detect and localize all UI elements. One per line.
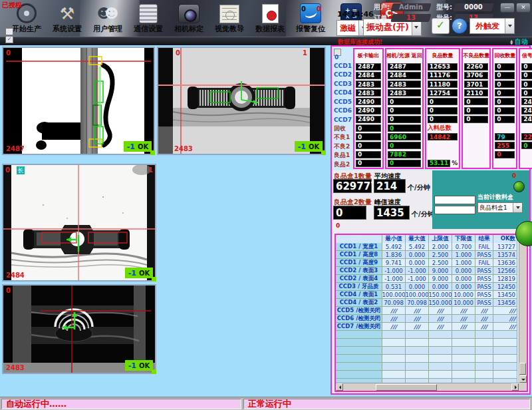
board-column-header: 不良品数量 <box>463 49 489 63</box>
board-cell: 0 <box>493 71 516 80</box>
measure-row-CCD4---表面1: CCD4 / 表面1100.000100.000150.00010.000PAS… <box>336 291 519 299</box>
measure-row-empty <box>336 347 519 355</box>
external-trigger-label: 外触发 <box>470 19 505 33</box>
horizontal-scrollbar[interactable] <box>336 383 519 391</box>
camera-2-resize-grip[interactable] <box>321 150 326 155</box>
tray-select[interactable]: 良品料盒1 <box>477 202 523 213</box>
horizontal-scroll-thumb[interactable] <box>376 384 437 391</box>
user-field[interactable]: Admin <box>390 3 431 11</box>
model-label: 型号: <box>436 3 452 11</box>
board-cell: 7882 <box>386 150 422 159</box>
camera-view-4[interactable]: 0 2483 -1 OK <box>2 284 156 374</box>
user-value: Admin <box>399 3 423 11</box>
board-cell: 11180 <box>426 80 460 89</box>
board-cell: 14842 <box>426 132 460 141</box>
measure-row-CCD3---牙品质: CCD3 / 牙品质0.5310.0000.0000.000PASS12450 <box>336 283 519 291</box>
camera-view-3[interactable]: 长 0 1 2484 -1 OK <box>2 164 156 282</box>
comm-settings-button[interactable]: 通信设置 <box>132 3 164 34</box>
camera-calibration-button[interactable]: 相机标定 <box>173 4 205 34</box>
board-cell: 0 <box>426 106 460 115</box>
system-settings-icon: ⚒ <box>57 3 78 23</box>
order-row: 订单:13 <box>374 13 430 23</box>
toolbar-checkbox-1[interactable] <box>5 28 13 35</box>
row-label-不良2: 不良2 <box>333 142 352 152</box>
camera-view-2[interactable]: 0 1 2483 -1 OK <box>157 47 326 155</box>
toolbar-checkbox-2[interactable]: ✓ <box>5 36 13 43</box>
vertical-scroll-thumb[interactable] <box>519 363 526 375</box>
tray-select-dropdown-icon[interactable] <box>513 203 522 212</box>
row-label-CCD5: CCD5 <box>333 97 352 106</box>
board-cell: 0 <box>386 115 422 124</box>
estop-count-black: 0 <box>301 5 306 13</box>
camera-3-tool-icon[interactable]: 长 <box>17 166 25 174</box>
camera-4-resize-grip[interactable] <box>152 369 156 374</box>
board-cell <box>463 132 489 141</box>
tray-input-1[interactable] <box>434 196 475 204</box>
close-button[interactable]: ✕ <box>516 3 531 13</box>
measure-row-CCD2---表面4: CCD2 / 表面4-1.000-1.0009.0000.000PASS1281… <box>336 275 519 283</box>
board-cell <box>493 159 516 168</box>
board-cell: 0 <box>520 71 532 80</box>
data-report-button[interactable]: 数据报表 <box>254 4 286 34</box>
camera-1-signal-value: 2487 <box>6 145 25 152</box>
measure-row-empty <box>336 363 519 371</box>
board-cell: 2490 <box>520 115 532 124</box>
board-cell <box>426 141 460 150</box>
board-cell: 2487 <box>354 63 382 71</box>
board-cell <box>520 159 532 168</box>
board-cell: 0 <box>386 97 422 106</box>
measure-row-CCD2---表面3: CCD2 / 表面3-1.000-1.0009.0000.000PASS1256… <box>336 267 519 275</box>
board-cell: 79 <box>493 132 516 141</box>
board-cell: 入料总数 <box>426 124 460 132</box>
board-column-1: 相机/光源 返回248724842483248300006960078820 <box>385 48 424 169</box>
camera-3-image <box>3 165 155 280</box>
order-field[interactable]: 13 <box>390 14 431 22</box>
tray-input-2[interactable] <box>434 206 475 214</box>
user-management-label: 用户管理 <box>93 24 122 34</box>
user-row: 用户:Admin <box>374 3 430 12</box>
status-right: 正常运行中 <box>243 399 530 409</box>
board-column-header: 板卡输出 <box>354 49 382 63</box>
camera-1-resize-grip[interactable] <box>150 150 155 155</box>
tray-panel: 当前计数料盒 良品料盒1 0 <box>432 170 529 229</box>
vertical-scrollbar[interactable] <box>519 235 527 383</box>
measure-row-CCD1---高度8: CCD1 / 高度81.8360.0002.5001.000PASS13574 <box>336 251 519 259</box>
model-field[interactable]: 0000 <box>453 3 493 11</box>
board-cell: 0 <box>463 106 489 115</box>
board-cell: 2484 <box>386 71 422 80</box>
board-cell: 0 <box>493 150 516 159</box>
measure-row-empty <box>336 331 519 339</box>
auto-spinner[interactable]: ▲▼ <box>510 39 513 45</box>
tray-indicator-count: 0 <box>512 172 516 179</box>
external-trigger-dropdown-icon[interactable] <box>505 19 514 33</box>
board-cell: 0 <box>354 141 382 150</box>
camera-3-resize-grip[interactable] <box>152 277 156 282</box>
user-management-button[interactable]: ☻☻ 用户管理 <box>92 3 124 34</box>
row-label-CCD3: CCD3 <box>333 79 352 89</box>
minimize-button[interactable]: — <box>500 3 515 13</box>
board-column-header: 良品数量 <box>426 49 460 63</box>
measure-row-empty <box>336 339 519 347</box>
status-left: 自动运行中…… <box>1 399 241 409</box>
camera-3-result-badge: -1 OK <box>125 268 153 278</box>
board-cell: 0 <box>520 63 532 71</box>
camera-2-signal-value: 2483 <box>174 145 193 152</box>
box2-count-value: 0 <box>333 206 366 220</box>
external-trigger-select[interactable]: 外触发 <box>469 18 515 34</box>
data-panel: 0CCD1CCD2CCD3CCD4CCD5CCD6CCD7回收不良1不良2良品1… <box>331 45 531 395</box>
board-table-corner: 0 <box>334 54 338 61</box>
message-strip: 数据库连接成功! ▲▼ 自动 <box>0 37 532 45</box>
measure-row-CCD4---表面2: CCD4 / 表面270.09870.098150.00010.000PASS1… <box>336 299 519 307</box>
board-cell: 0 <box>426 97 460 106</box>
emergency-counters: 00 <box>301 5 321 13</box>
vision-teaching-button[interactable]: 视觉教导 <box>213 5 245 34</box>
camera-1-image <box>3 48 154 154</box>
board-cell: 2490 <box>520 106 532 115</box>
board-cell: 0 <box>520 141 532 150</box>
board-cell: 0 <box>354 159 382 168</box>
camera-view-1[interactable]: 0 2487 -1 OK <box>2 47 155 155</box>
confirm-button[interactable]: ✓ <box>432 18 450 34</box>
system-settings-button[interactable]: ⚒ 系统设置 <box>51 3 83 34</box>
row-label-回收: 回收 <box>333 124 352 134</box>
help-button[interactable]: ? <box>452 18 467 34</box>
